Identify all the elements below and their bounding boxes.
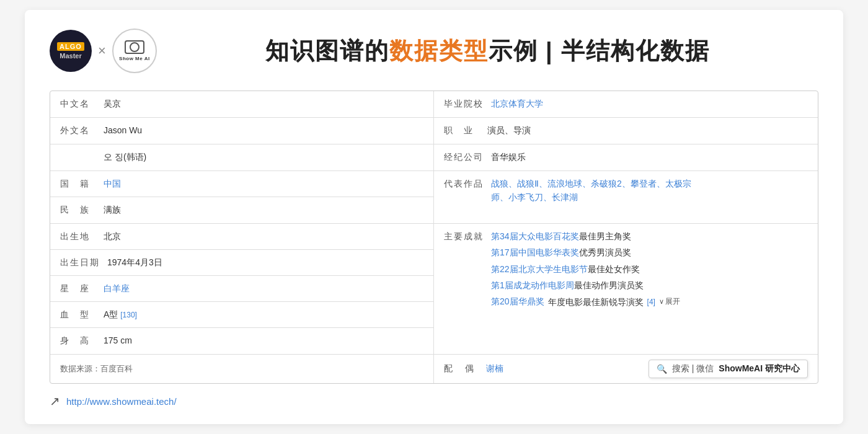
table-row: 中文名 吴京 毕业院校 北京体育大学 [50, 91, 818, 118]
search-text: 搜索 | 微信 [672, 363, 714, 374]
chengjiu-list: 第34届大众电影百花奖最佳男主角奖 第17届中国电影华表奖优秀男演员奖 第22届… [491, 229, 680, 309]
value-shengao: 175 cm [104, 334, 423, 347]
cell-zhongwen: 中文名 吴京 [50, 91, 434, 117]
search-box[interactable]: 🔍 搜索 | 微信 ShowMeAI 研究中心 [649, 360, 808, 378]
logo-area: ALGO Master × Show Me AI [50, 29, 157, 73]
chevron-icon: ∨ [659, 298, 664, 306]
value-chushengle: 北京 [104, 229, 423, 243]
showmeai-logo: Show Me AI [112, 29, 157, 73]
chengjiu-l3-link: 第22届北京大学生电影节 [491, 264, 588, 274]
cell-daibiao: 代表作品 战狼、战狼Ⅱ、流浪地球、杀破狼2、攀登者、太极宗师、小李飞刀、长津湖 [434, 171, 818, 223]
showme-icon [125, 40, 144, 54]
label-chushengriqi: 出生日期 [60, 255, 107, 269]
chengjiu-l2-normal: 优秀男演员奖 [579, 247, 631, 257]
cell-biye: 毕业院校 北京体育大学 [434, 91, 818, 117]
expand-button[interactable]: ∨ 展开 [659, 296, 680, 307]
label-zhongwen: 中文名 [60, 97, 104, 110]
title-area: 知识图谱的数据类型示例 | 半结构化数据 [157, 35, 818, 67]
chengjiu-line4: 第1届成龙动作电影周最佳动作男演员奖 [491, 278, 680, 292]
chengjiu-l2-link: 第17届中国电影华表奖 [491, 247, 579, 257]
label-waiwenming: 外文名 [60, 123, 104, 137]
label-guoji: 国 籍 [60, 177, 104, 190]
cell-jingji: 经纪公司 音华娱乐 [434, 144, 818, 170]
chengjiu-line1: 第34届大众电影百花奖最佳男主角奖 [491, 229, 680, 243]
table-row: 出生地 北京 出生日期 1974年4月3日 星 座 白羊座 血 型 A型 [13… [50, 224, 818, 355]
value-xuexing: A型 [130] [104, 308, 423, 321]
chengjiu-l4-normal: 最佳动作男演员奖 [574, 280, 644, 290]
footer: ↗ http://www.showmeai.tech/ [50, 394, 818, 409]
value-biye: 北京体育大学 [491, 97, 808, 110]
label-jingji: 经纪公司 [444, 150, 491, 164]
chengjiu-l5-link: 第20届华鼎奖 [491, 296, 544, 308]
header: ALGO Master × Show Me AI 知识图谱的数据类型示例 | 半… [50, 29, 818, 73]
chengjiu-line5: 第20届华鼎奖年度电影最佳新锐导演奖[4] ∨ 展开 [491, 295, 680, 309]
cell-korean: 오 징(韩语) [50, 144, 434, 170]
value-chushengriqi: 1974年4月3日 [107, 255, 423, 269]
cell-minzu: 民 族 满族 [50, 197, 433, 223]
cell-chengjiu: 主要成就 第34届大众电影百花奖最佳男主角奖 第17届中国电影华表奖优秀男演员奖… [434, 224, 818, 354]
label-zhiye: 职 业 [444, 123, 487, 137]
table-row: 外文名 Jason Wu 职 业 演员、导演 [50, 118, 818, 144]
cell-zhiye: 职 业 演员、导演 [434, 118, 818, 144]
expand-label: 展开 [665, 296, 680, 307]
chengjiu-l3-normal: 最佳处女作奖 [588, 264, 640, 274]
algo-bottom-label: Master [60, 52, 81, 60]
algo-top-label: ALGO [57, 42, 84, 51]
label-chengjiu: 主要成就 [444, 229, 491, 309]
ref-xuexing: [130] [120, 311, 137, 319]
value-waiwenming: Jason Wu [104, 123, 423, 137]
showme-text: Show Me AI [119, 56, 150, 61]
chengjiu-line3: 第22届北京大学生电影节最佳处女作奖 [491, 262, 680, 276]
label-daibiao: 代表作品 [444, 177, 491, 190]
title-highlight: 数据类型 [389, 38, 489, 64]
cell-waiwenming: 外文名 Jason Wu [50, 118, 434, 144]
cell-xuexing: 血 型 A型 [130] [50, 302, 433, 328]
info-table: 中文名 吴京 毕业院校 北京体育大学 外文名 Jason Wu 职 业 演员、导… [50, 91, 818, 384]
table-row: 오 징(韩语) 经纪公司 音华娱乐 [50, 144, 818, 171]
value-minzu: 满族 [104, 203, 423, 216]
value-daibiao: 战狼、战狼Ⅱ、流浪地球、杀破狼2、攀登者、太极宗师、小李飞刀、长津湖 [491, 177, 808, 205]
label-minzu: 民 族 [60, 203, 104, 216]
value-zhongwen: 吴京 [104, 97, 423, 110]
cell-shengao: 身 高 175 cm [50, 328, 433, 354]
title-prefix: 知识图谱的 [265, 38, 389, 64]
search-icon: 🔍 [657, 364, 667, 374]
bottom-row: 数据来源：百度百科 配 偶 谢楠 🔍 搜索 | 微信 ShowMeAI 研究中心 [50, 355, 818, 383]
chengjiu-l5-ref: [4] [647, 298, 655, 306]
value-jingji: 音华娱乐 [491, 150, 808, 164]
chengjiu-l1-normal: 最佳男主角奖 [579, 231, 631, 241]
value-guoji: 中国 [104, 177, 423, 190]
value-zhiye: 演员、导演 [487, 123, 808, 137]
table-row: 国 籍 中国 民 族 满族 代表作品 战狼、战狼Ⅱ、流浪地球、杀破狼2、攀登者、… [50, 171, 818, 224]
cell-chushengriqi: 出生日期 1974年4月3日 [50, 250, 433, 276]
cell-xingzuo: 星 座 白羊座 [50, 276, 433, 302]
search-brand: ShowMeAI 研究中心 [719, 363, 800, 374]
chengjiu-l4-link: 第1届成龙动作电影周 [491, 280, 574, 290]
main-title: 知识图谱的数据类型示例 | 半结构化数据 [157, 35, 818, 67]
partner-label: 配 偶 [444, 363, 481, 374]
chengjiu-l5-normal: 年度电影最佳新锐导演奖 [548, 295, 644, 309]
cell-chushengle: 出生地 北京 [50, 224, 433, 250]
label-biye: 毕业院校 [444, 97, 491, 110]
source-text: 数据来源：百度百科 [50, 355, 434, 383]
label-xingzuo: 星 座 [60, 281, 104, 295]
chengjiu-header: 主要成就 第34届大众电影百花奖最佳男主角奖 第17届中国电影华表奖优秀男演员奖… [444, 229, 680, 309]
cursor-icon: ↗ [50, 394, 60, 409]
label-xuexing: 血 型 [60, 308, 104, 321]
main-container: ALGO Master × Show Me AI 知识图谱的数据类型示例 | 半… [25, 10, 843, 424]
x-divider: × [98, 43, 106, 59]
title-suffix: 示例 | 半结构化数据 [489, 38, 711, 64]
chengjiu-l1-link: 第34届大众电影百花奖 [491, 231, 579, 241]
source-label: 数据来源：百度百科 [60, 363, 133, 374]
value-korean: 오 징(韩语) [104, 150, 423, 164]
footer-url: http://www.showmeai.tech/ [66, 396, 177, 407]
algo-master-logo: ALGO Master [50, 30, 92, 72]
cell-guoji: 国 籍 中国 [50, 171, 433, 197]
label-chushengle: 出生地 [60, 229, 104, 243]
label-shengao: 身 高 [60, 334, 104, 347]
partner-value: 谢楠 [486, 363, 503, 374]
value-xingzuo: 白羊座 [104, 281, 423, 295]
partner-cell: 配 偶 谢楠 🔍 搜索 | 微信 ShowMeAI 研究中心 [434, 355, 818, 383]
chengjiu-line2: 第17届中国电影华表奖优秀男演员奖 [491, 246, 680, 259]
